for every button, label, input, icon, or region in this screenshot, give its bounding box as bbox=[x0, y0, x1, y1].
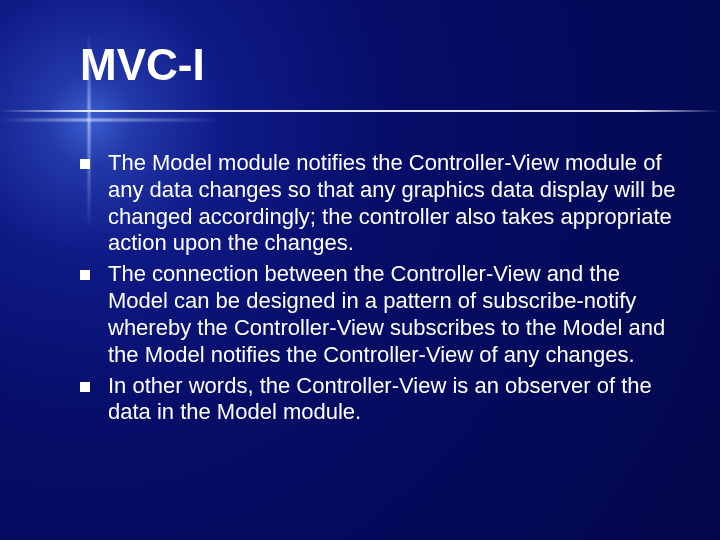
bullet-item: In other words, the Controller-View is a… bbox=[80, 373, 680, 427]
bullet-item: The connection between the Controller-Vi… bbox=[80, 261, 680, 368]
square-bullet-icon bbox=[80, 159, 90, 169]
bullet-text: The connection between the Controller-Vi… bbox=[108, 261, 680, 368]
slide-body: The Model module notifies the Controller… bbox=[80, 150, 680, 430]
slide: MVC-I The Model module notifies the Cont… bbox=[0, 0, 720, 540]
bullet-item: The Model module notifies the Controller… bbox=[80, 150, 680, 257]
lens-flare-horizontal bbox=[0, 119, 220, 121]
title-underline bbox=[0, 110, 720, 112]
square-bullet-icon bbox=[80, 270, 90, 280]
slide-title: MVC-I bbox=[80, 40, 205, 90]
bullet-text: The Model module notifies the Controller… bbox=[108, 150, 680, 257]
square-bullet-icon bbox=[80, 382, 90, 392]
bullet-text: In other words, the Controller-View is a… bbox=[108, 373, 680, 427]
